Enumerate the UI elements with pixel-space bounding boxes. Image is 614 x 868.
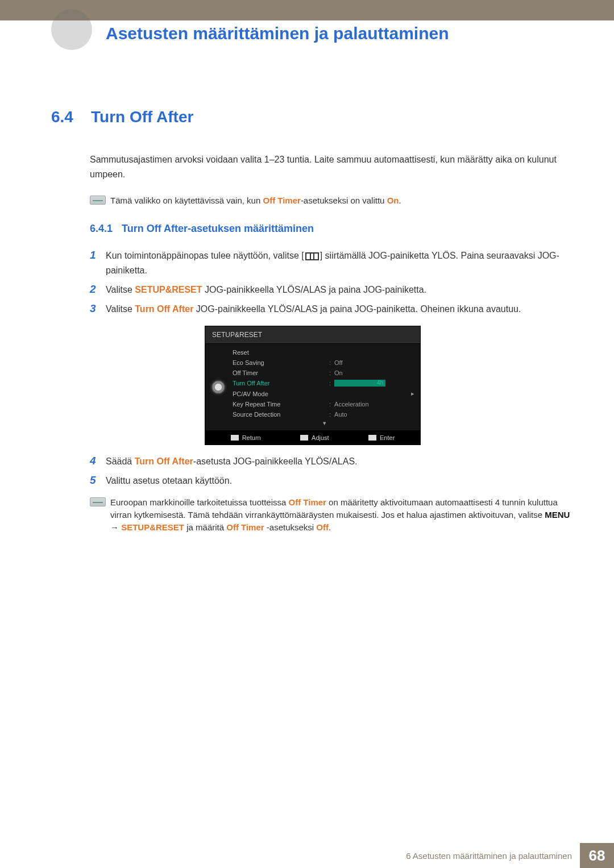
osd-body: Reset Eco Saving :Off Off Timer :On Turn… <box>205 344 420 430</box>
enter-icon <box>368 435 376 441</box>
osd-row-keyrepeat: Key Repeat Time :Acceleration <box>233 399 414 409</box>
n2d: MENU <box>545 510 570 520</box>
gear-icon <box>211 380 225 394</box>
osd-list: Reset Eco Saving :Off Off Timer :On Turn… <box>231 344 420 430</box>
n2a: Euroopan markkinoille tarkoitetuissa tuo… <box>110 497 289 507</box>
osd-adjust: Adjust <box>300 434 329 441</box>
step-num-2: 2 <box>90 283 106 296</box>
note-bold2: On <box>387 196 399 205</box>
s2b: SETUP&RESET <box>135 285 202 294</box>
s3b: Turn Off After <box>135 304 193 314</box>
osd-label: Reset <box>233 349 295 356</box>
section-heading: 6.4 Turn Off After <box>51 108 574 126</box>
osd-label: PC/AV Mode <box>233 391 295 397</box>
menu-icon <box>305 252 319 260</box>
n2j: . <box>329 522 331 532</box>
note-post: . <box>399 196 401 205</box>
step-num-5: 5 <box>90 474 106 487</box>
step-2: 2 Valitse SETUP&RESET JOG-painikkeella Y… <box>90 283 574 297</box>
osd-slider-value: 4h <box>371 380 384 387</box>
osd-row-reset: Reset <box>233 347 414 358</box>
step-3: 3 Valitse Turn Off After JOG-painikkeell… <box>90 302 574 317</box>
osd-label: Eco Saving <box>233 359 295 366</box>
note-mid: -asetukseksi on valittu <box>301 196 387 205</box>
osd-left <box>205 344 231 430</box>
osd-value: Acceleration <box>334 401 369 408</box>
chevron-down-icon: ▾ <box>235 420 414 427</box>
osd-row-turnoffafter: Turn Off After :4h <box>233 378 414 388</box>
note-block: Tämä valikko on käytettävissä vain, kun … <box>90 194 574 207</box>
osd-value: Off <box>334 359 342 366</box>
osd-screenshot: SETUP&RESET Reset Eco Saving :Off Off Ti… <box>205 326 421 445</box>
top-bar <box>0 0 614 20</box>
subsection-number: 6.4.1 <box>90 223 122 235</box>
osd-return-label: Return <box>242 434 261 441</box>
osd-row-eco: Eco Saving :Off <box>233 358 414 368</box>
step-num-3: 3 <box>90 302 106 315</box>
step-text-4: Säädä Turn Off After-asetusta JOG-painik… <box>106 454 358 469</box>
note-text-2: Euroopan markkinoille tarkoitetuissa tuo… <box>110 496 574 534</box>
page-footer: 6 Asetusten määrittäminen ja palauttamin… <box>0 843 614 868</box>
step-text-3: Valitse Turn Off After JOG-painikkeella … <box>106 302 521 317</box>
osd-return: Return <box>231 434 261 441</box>
step-5: 5 Valittu asetus otetaan käyttöön. <box>90 474 574 488</box>
footer-page-number: 68 <box>580 843 614 868</box>
note-pre: Tämä valikko on käytettävissä vain, kun <box>110 196 263 205</box>
return-icon <box>231 435 239 441</box>
osd-value: On <box>334 369 343 376</box>
n2i: Off <box>316 522 329 532</box>
osd-enter: Enter <box>368 434 395 441</box>
osd-row-source: Source Detection :Auto <box>233 409 414 420</box>
s4a: Säädä <box>106 456 135 466</box>
note-bold1: Off Timer <box>263 196 300 205</box>
intro-paragraph: Sammutusajastimen arvoksi voidaan valita… <box>90 152 574 182</box>
s3a: Valitse <box>106 304 135 314</box>
osd-label: Off Timer <box>233 369 295 376</box>
note-block-2: Euroopan markkinoille tarkoitetuissa tuo… <box>90 496 574 534</box>
step-num-1: 1 <box>90 248 106 262</box>
s3c: JOG-painikkeella YLÖS/ALAS ja paina JOG-… <box>193 304 521 314</box>
step-4: 4 Säädä Turn Off After-asetusta JOG-pain… <box>90 454 574 469</box>
osd-label: Source Detection <box>233 411 295 418</box>
chapter-badge <box>51 9 92 50</box>
arrow-icon: → <box>110 522 121 532</box>
subsection-title: Turn Off After-asetuksen määrittäminen <box>122 223 314 235</box>
osd-adjust-label: Adjust <box>312 434 329 441</box>
step-text-5: Valittu asetus otetaan käyttöön. <box>106 474 232 488</box>
n2h: -asetukseksi <box>264 522 317 532</box>
section-title: Turn Off After <box>91 108 193 126</box>
n2e: SETUP&RESET <box>121 522 184 532</box>
note-icon <box>90 196 106 205</box>
s2c: JOG-painikkeella YLÖS/ALAS ja paina JOG-… <box>202 285 427 294</box>
chevron-right-icon: ▸ <box>411 390 414 397</box>
n2g: Off Timer <box>226 522 264 532</box>
content: 6.4 Turn Off After Sammutusajastimen arv… <box>51 108 574 550</box>
step-num-4: 4 <box>90 454 106 468</box>
s4c: -asetusta JOG-painikkeella YLÖS/ALAS. <box>193 456 358 466</box>
s2a: Valitse <box>106 285 135 294</box>
chapter-title: Asetusten määrittäminen ja palauttaminen <box>106 20 580 43</box>
adjust-icon <box>300 435 308 441</box>
note-icon <box>90 497 106 506</box>
osd-row-offtimer: Off Timer :On <box>233 368 414 378</box>
note-text: Tämä valikko on käytettävissä vain, kun … <box>110 194 401 207</box>
step-1: 1 Kun toimintonäppäinopas tulee näyttöön… <box>90 248 574 278</box>
step-text-1: Kun toimintonäppäinopas tulee näyttöön, … <box>106 248 574 278</box>
osd-label: Key Repeat Time <box>233 401 295 408</box>
s4b: Turn Off After <box>135 456 193 466</box>
step-text-2: Valitse SETUP&RESET JOG-painikkeella YLÖ… <box>106 283 426 297</box>
n2f: ja määritä <box>184 522 226 532</box>
osd-value: Auto <box>334 411 347 418</box>
s1a: Kun toimintonäppäinopas tulee näyttöön, … <box>106 251 304 260</box>
osd-row-pcav: PC/AV Mode ▸ <box>233 388 414 399</box>
osd-title: SETUP&RESET <box>205 326 420 344</box>
footer-chapter: 6 Asetusten määrittäminen ja palauttamin… <box>398 843 580 868</box>
subsection-heading: 6.4.1 Turn Off After-asetuksen määrittäm… <box>90 223 574 235</box>
osd-label: Turn Off After <box>233 380 295 387</box>
osd-slider: 4h <box>334 380 385 387</box>
section-number: 6.4 <box>51 108 91 126</box>
osd-footer: Return Adjust Enter <box>205 430 420 445</box>
osd-enter-label: Enter <box>380 434 395 441</box>
n2b: Off Timer <box>289 497 326 507</box>
